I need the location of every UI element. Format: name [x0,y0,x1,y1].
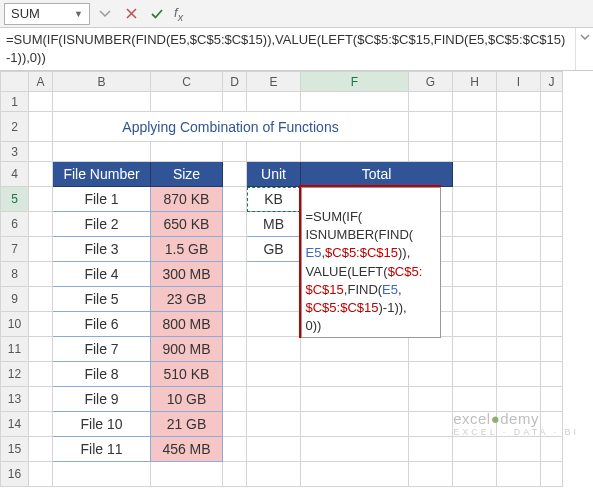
cell[interactable] [301,337,409,362]
row-header[interactable]: 11 [1,337,29,362]
cell[interactable] [301,92,409,112]
cell[interactable] [453,162,497,187]
column-headers[interactable]: A B C D E F G H I J [1,72,563,92]
grid-row[interactable]: 11File 7900 MB [1,337,563,362]
row-header[interactable]: 10 [1,312,29,337]
header-size[interactable]: Size [151,162,223,187]
row-header[interactable]: 14 [1,412,29,437]
col-header[interactable]: J [541,72,563,92]
cell[interactable] [223,162,247,187]
row-header[interactable]: 7 [1,237,29,262]
cell[interactable] [453,337,497,362]
grid-row[interactable]: 12File 8510 KB [1,362,563,387]
file-number-cell[interactable]: File 10 [53,412,151,437]
cell[interactable] [223,287,247,312]
page-title[interactable]: Applying Combination of Functions [53,112,409,142]
header-unit[interactable]: Unit [247,162,301,187]
file-number-cell[interactable]: File 7 [53,337,151,362]
cell[interactable] [453,287,497,312]
cell[interactable] [497,387,541,412]
cell[interactable] [29,387,53,412]
cell[interactable] [29,462,53,487]
cell[interactable] [541,92,563,112]
file-number-cell[interactable]: File 11 [53,437,151,462]
row-header[interactable]: 4 [1,162,29,187]
cell[interactable] [541,237,563,262]
cell[interactable] [301,437,409,462]
cell[interactable] [29,262,53,287]
grid-row[interactable]: 7File 31.5 GBGB [1,237,563,262]
row-header[interactable]: 6 [1,212,29,237]
cell[interactable] [409,142,453,162]
cell[interactable] [453,462,497,487]
cell[interactable] [541,462,563,487]
cell[interactable] [497,262,541,287]
cell[interactable] [453,212,497,237]
cell[interactable] [497,312,541,337]
formula-edit-overlay[interactable]: =SUM(IF( ISNUMBER(FIND( E5,$C$5:$C$15)),… [301,187,441,339]
grid-row[interactable]: 2Applying Combination of Functions [1,112,563,142]
cell[interactable] [541,437,563,462]
cell[interactable] [247,362,301,387]
size-cell[interactable]: 900 MB [151,337,223,362]
cell[interactable] [151,462,223,487]
cell[interactable] [301,412,409,437]
cell[interactable] [223,142,247,162]
cell[interactable] [29,162,53,187]
cell[interactable] [541,262,563,287]
row-header[interactable]: 8 [1,262,29,287]
file-number-cell[interactable]: File 2 [53,212,151,237]
name-box[interactable]: SUM ▼ [4,3,90,25]
size-cell[interactable]: 300 MB [151,262,223,287]
size-cell[interactable]: 1.5 GB [151,237,223,262]
col-header[interactable]: H [453,72,497,92]
cell[interactable] [453,92,497,112]
cell[interactable] [453,362,497,387]
size-cell[interactable]: 10 GB [151,387,223,412]
grid-row[interactable]: 16 [1,462,563,487]
cell[interactable] [29,437,53,462]
function-dropdown-icon[interactable] [94,3,116,25]
cell[interactable] [497,462,541,487]
cell[interactable] [29,237,53,262]
cell[interactable] [497,212,541,237]
cell[interactable] [541,112,563,142]
cell[interactable] [497,162,541,187]
file-number-cell[interactable]: File 6 [53,312,151,337]
size-cell[interactable]: 23 GB [151,287,223,312]
cell[interactable] [29,312,53,337]
cell[interactable] [223,237,247,262]
cell[interactable] [151,92,223,112]
grid-row[interactable]: 3 [1,142,563,162]
cell[interactable] [29,212,53,237]
row-header[interactable]: 16 [1,462,29,487]
cell[interactable] [223,312,247,337]
cell[interactable] [247,92,301,112]
cell[interactable] [453,387,497,412]
cell[interactable] [247,142,301,162]
cell[interactable] [453,237,497,262]
cell[interactable] [223,387,247,412]
cell[interactable] [53,142,151,162]
cell[interactable] [453,437,497,462]
cell[interactable] [29,142,53,162]
cell[interactable] [29,337,53,362]
cell[interactable] [223,462,247,487]
cell[interactable] [301,142,409,162]
cell[interactable] [409,362,453,387]
cell[interactable] [541,162,563,187]
header-total[interactable]: Total [301,162,453,187]
cell[interactable] [223,362,247,387]
cell[interactable] [247,387,301,412]
file-number-cell[interactable]: File 1 [53,187,151,212]
cell[interactable] [247,337,301,362]
cell[interactable] [409,437,453,462]
cell[interactable] [453,312,497,337]
grid-row[interactable]: 9File 523 GB [1,287,563,312]
fx-icon[interactable]: fx [174,5,183,23]
cell[interactable] [541,362,563,387]
unit-cell[interactable]: MB [247,212,301,237]
cell[interactable] [29,92,53,112]
cell[interactable] [29,412,53,437]
cell[interactable] [541,287,563,312]
